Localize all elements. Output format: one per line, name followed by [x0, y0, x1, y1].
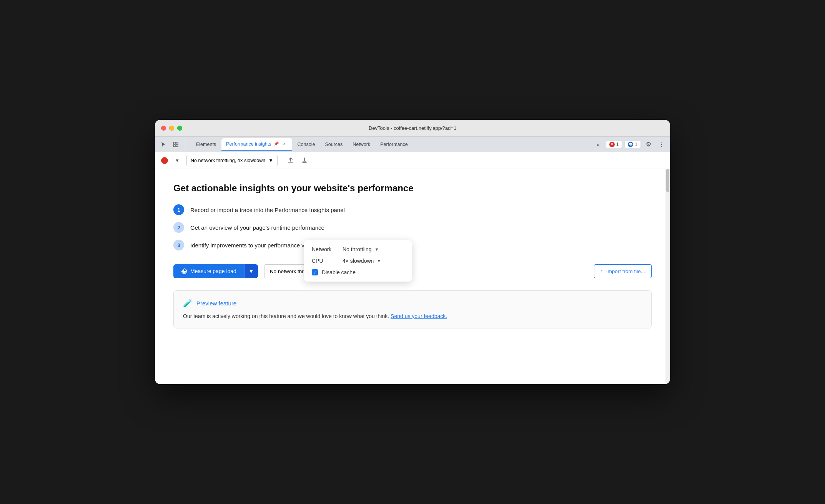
scrollbar-track[interactable] — [665, 169, 670, 384]
preview-title: Preview feature — [196, 300, 236, 307]
toolbar-icons — [285, 155, 310, 166]
record-button[interactable] — [161, 157, 168, 164]
step-item-2: 2 Get an overview of your page's runtime… — [173, 222, 652, 233]
message-badge[interactable]: 💬 1 — [624, 141, 641, 148]
svg-rect-0 — [173, 142, 175, 144]
step-number-3: 3 — [173, 240, 184, 250]
maximize-button[interactable] — [177, 126, 182, 131]
settings-icon[interactable]: ⚙ — [643, 139, 654, 150]
cursor-icon[interactable] — [158, 139, 169, 150]
more-tabs-icon[interactable]: » — [593, 139, 604, 150]
tab-elements[interactable]: Elements — [191, 138, 221, 151]
message-count: 1 — [635, 142, 637, 147]
main-heading: Get actionable insights on your website'… — [173, 183, 652, 194]
error-count: 1 — [616, 142, 619, 147]
scrollbar-thumb[interactable] — [666, 169, 669, 192]
tab-performance[interactable]: Performance — [376, 138, 412, 151]
action-row: Measure page load ▼ No network throttlin… — [173, 264, 652, 278]
step-text-1: Record or import a trace into the Perfor… — [190, 207, 345, 213]
measure-page-load-button[interactable]: Measure page load — [173, 264, 244, 278]
flask-icon: 🧪 — [183, 298, 193, 308]
pin-icon: 📌 — [274, 141, 279, 146]
traffic-lights — [161, 126, 182, 131]
tab-icon-group — [158, 139, 188, 150]
cpu-caret-icon: ▼ — [377, 259, 381, 263]
svg-rect-4 — [288, 162, 293, 163]
import-icon: ↑ — [600, 269, 603, 274]
disable-cache-label: Disable cache — [322, 269, 356, 275]
preview-header: 🧪 Preview feature — [183, 298, 642, 308]
error-dot: ✕ — [609, 142, 615, 147]
tab-separator — [185, 140, 185, 149]
svg-rect-3 — [176, 145, 178, 147]
measure-btn-group: Measure page load ▼ — [173, 264, 258, 278]
tab-performance-insights[interactable]: Performance insights 📌 × — [221, 138, 292, 151]
main-content: Get actionable insights on your website'… — [155, 169, 670, 384]
svg-rect-2 — [173, 145, 175, 147]
cpu-row: CPU 4× slowdown ▼ — [312, 258, 404, 264]
import-from-file-button[interactable]: ↑ Import from file... — [594, 264, 652, 278]
network-caret-icon: ▼ — [374, 247, 379, 252]
tab-console[interactable]: Console — [293, 138, 320, 151]
window-title: DevTools - coffee-cart.netlify.app/?ad=1 — [369, 125, 456, 131]
close-button[interactable] — [161, 126, 166, 131]
step-number-1: 1 — [173, 204, 184, 215]
disable-cache-row: ✓ Disable cache — [312, 269, 404, 275]
devtools-tab-bar: Elements Performance insights 📌 × Consol… — [155, 137, 670, 152]
step-list: 1 Record or import a trace into the Perf… — [173, 204, 652, 250]
toolbar-throttling-select[interactable]: No network throttling, 4× slowdown ▼ — [186, 155, 278, 166]
preview-body: Our team is actively working on this fea… — [183, 312, 642, 320]
preview-feature-box: 🧪 Preview feature Our team is actively w… — [173, 290, 652, 328]
browser-window: DevTools - coffee-cart.netlify.app/?ad=1… — [155, 120, 670, 384]
inspect-icon[interactable] — [170, 139, 181, 150]
tab-close-button[interactable]: × — [281, 141, 288, 147]
titlebar: DevTools - coffee-cart.netlify.app/?ad=1 — [155, 120, 670, 137]
upload-icon[interactable] — [285, 155, 296, 166]
tab-actions: » ✕ 1 💬 1 ⚙ ⋮ — [593, 139, 667, 150]
tab-network[interactable]: Network — [348, 138, 375, 151]
svg-rect-1 — [176, 142, 178, 144]
network-value-select[interactable]: No throttling ▼ — [343, 246, 379, 252]
message-dot: 💬 — [628, 142, 633, 147]
download-icon[interactable] — [299, 155, 310, 166]
error-badge[interactable]: ✕ 1 — [606, 141, 622, 148]
step-item-1: 1 Record or import a trace into the Perf… — [173, 204, 652, 215]
more-options-icon[interactable]: ⋮ — [656, 139, 667, 150]
measure-btn-dropdown[interactable]: ▼ — [244, 264, 258, 278]
feedback-link[interactable]: Send us your feedback. — [391, 313, 447, 319]
step-number-2: 2 — [173, 222, 184, 233]
minimize-button[interactable] — [169, 126, 174, 131]
panel-toolbar: ▼ No network throttling, 4× slowdown ▼ — [155, 152, 670, 169]
cpu-label: CPU — [312, 258, 343, 264]
throttling-dropdown-popup: Network No throttling ▼ CPU 4× slowdown … — [304, 240, 412, 282]
network-row: Network No throttling ▼ — [312, 246, 404, 252]
record-dropdown-arrow[interactable]: ▼ — [173, 156, 182, 165]
disable-cache-checkbox[interactable]: ✓ — [312, 269, 318, 275]
cpu-value-select[interactable]: 4× slowdown ▼ — [343, 258, 381, 264]
network-label: Network — [312, 246, 343, 252]
tab-sources[interactable]: Sources — [320, 138, 347, 151]
step-text-2: Get an overview of your page's runtime p… — [190, 224, 324, 231]
step-item-3: 3 Identify improvements to your performa… — [173, 240, 652, 250]
